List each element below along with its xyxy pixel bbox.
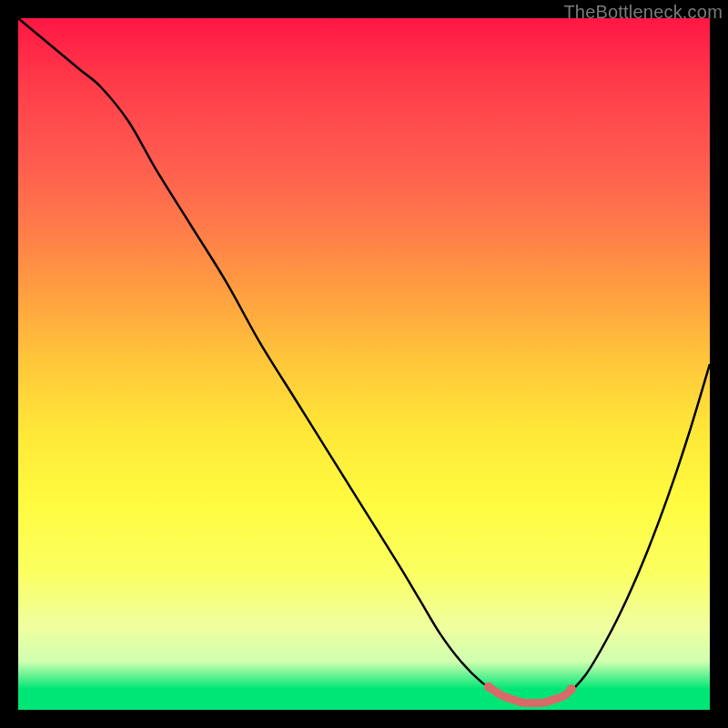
highlight-end-right (567, 684, 576, 693)
highlight-end-left (484, 682, 493, 692)
optimal-region-highlight (489, 687, 571, 703)
plot-area (18, 18, 710, 710)
watermark-text: TheBottleneck.com (563, 2, 723, 23)
highlight-svg (18, 18, 710, 710)
